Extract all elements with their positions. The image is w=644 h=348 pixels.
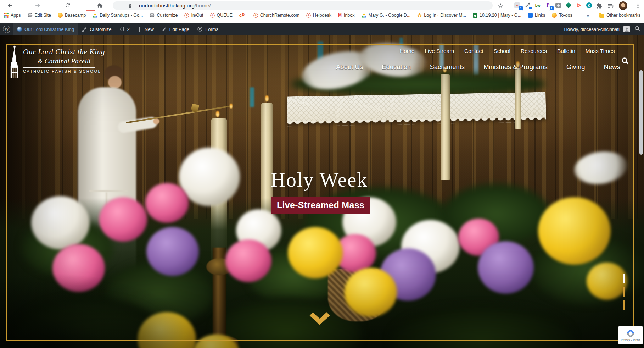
recaptcha-icon — [626, 329, 635, 338]
nav-about-us[interactable]: About Us — [336, 63, 363, 71]
bookmark-sheet-101920[interactable]: 10.19.20 | Mary - G... — [473, 13, 521, 18]
basecamp-icon — [58, 13, 63, 18]
nav-row-2: About Us Education Sacraments Ministries… — [336, 63, 620, 71]
flower — [145, 183, 189, 223]
bookmark-todos[interactable]: To-dos — [552, 13, 572, 18]
diamond-extension-icon[interactable] — [564, 1, 573, 10]
bookmark-churchremote[interactable]: + ChurchRemote.com — [253, 13, 299, 18]
refresh-icon — [65, 2, 71, 9]
hero-image — [0, 35, 644, 348]
other-bookmarks[interactable]: Other bookmarks — [599, 13, 640, 18]
profile-avatar[interactable] — [618, 1, 628, 10]
bookmark-helpdesk[interactable]: + Helpdesk — [306, 13, 331, 18]
bookmark-queue[interactable]: + QUEUE — [210, 13, 233, 18]
nav-education[interactable]: Education — [382, 63, 411, 71]
chevron-down-icon — [308, 311, 331, 327]
admin-my-account[interactable]: Howdy, diocesan-cincinnati — [563, 23, 620, 35]
admin-new[interactable]: New — [134, 23, 158, 35]
flower — [52, 244, 105, 292]
admin-site-name[interactable]: Our Lord Christ the King — [13, 23, 78, 35]
bookmark-customize[interactable]: Customize — [150, 13, 178, 18]
bookmark-cp[interactable]: cP — [239, 13, 247, 18]
reading-list-button[interactable] — [605, 1, 615, 11]
live-streamed-mass-button[interactable]: Live-Streamed Mass — [271, 197, 370, 214]
slide-indicator[interactable] — [623, 300, 625, 310]
refresh-button[interactable] — [63, 0, 73, 10]
slide-indicator-active[interactable] — [623, 274, 625, 283]
forward-arrow-icon — [34, 2, 41, 9]
updates-refresh-icon — [119, 27, 125, 32]
browser-menu-button[interactable] — [634, 1, 642, 11]
site-logo[interactable]: Our Lord Christ the King & Cardinal Pace… — [9, 45, 105, 78]
nav-live-stream[interactable]: Live Stream — [425, 48, 454, 54]
flower — [345, 268, 397, 317]
bookmark-basecamp[interactable]: Basecamp — [58, 13, 86, 18]
teal-app-extension-icon[interactable] — [584, 1, 594, 10]
folder-icon — [599, 14, 604, 18]
extensions-puzzle-button[interactable] — [594, 1, 604, 11]
bookmark-links[interactable]: Links — [528, 13, 545, 18]
bookmarks-overflow-chevron[interactable]: » — [587, 13, 589, 18]
webpage-viewport: Our Lord Christ the King & Cardinal Pace… — [0, 35, 644, 348]
candle — [441, 74, 450, 180]
avatar-photo-icon — [619, 1, 627, 10]
admin-customize[interactable]: Customize — [78, 23, 115, 35]
annotation-extension-icon[interactable]: ★ 1 — [512, 1, 522, 10]
globe-icon — [150, 13, 155, 18]
admin-forms[interactable]: Forms — [193, 23, 222, 35]
list-lines-icon — [607, 3, 614, 9]
admin-avatar[interactable] — [623, 26, 630, 32]
admin-search-button[interactable] — [634, 26, 640, 33]
nav-giving[interactable]: Giving — [566, 63, 585, 71]
bookmark-star-button[interactable] — [495, 1, 505, 11]
p-extension-icon[interactable]: P 1 — [543, 1, 553, 10]
circle-plus-icon: + — [184, 13, 189, 18]
scroll-down-chevron[interactable] — [308, 311, 331, 328]
play-arrow-extension-icon[interactable] — [574, 1, 584, 10]
steeple-icon — [9, 45, 20, 78]
nav-news[interactable]: News — [604, 63, 620, 71]
address-bar[interactable]: ourlordchristtheking.org/home/ — [113, 1, 493, 10]
nav-mass-times[interactable]: Mass Times — [586, 48, 615, 54]
slide-indicator[interactable] — [623, 287, 625, 297]
nav-school[interactable]: School — [493, 48, 510, 54]
lock-icon — [128, 3, 133, 10]
forward-button[interactable] — [33, 0, 43, 10]
globe-icon — [28, 13, 33, 18]
recaptcha-badge[interactable]: Privacy - Terms — [618, 326, 643, 344]
camera-extension-icon[interactable] — [553, 1, 563, 10]
camera-icon — [555, 3, 561, 8]
bookmark-edit-site[interactable]: Edit Site — [28, 13, 51, 18]
flower — [288, 227, 343, 278]
search-icon — [634, 26, 640, 32]
google-drive-icon — [362, 13, 366, 18]
nav-home[interactable]: Home — [400, 48, 414, 54]
bookmark-login-discover[interactable]: Log In ‹ Discover M... — [417, 13, 466, 18]
nav-contact[interactable]: Contact — [464, 48, 483, 54]
bookmark-inbox[interactable]: M Inbox — [338, 13, 355, 18]
nav-sacraments[interactable]: Sacraments — [430, 63, 465, 71]
nav-resources[interactable]: Resources — [521, 48, 547, 54]
bookmark-in-out[interactable]: + In/Out — [184, 13, 203, 18]
bookmarks-divider — [594, 12, 594, 18]
nav-row-1: Home Live Stream Contact School Resource… — [400, 48, 615, 54]
home-button[interactable] — [95, 0, 105, 10]
altar-cloth — [287, 92, 546, 122]
eyedropper-extension-icon[interactable] — [522, 1, 532, 10]
bookmark-apps[interactable]: Apps — [4, 13, 21, 18]
scrollbar-thumb[interactable] — [639, 70, 643, 155]
wp-logo-menu[interactable]: W — [0, 23, 13, 35]
recaptcha-privacy-terms[interactable]: Privacy - Terms — [621, 338, 640, 342]
bookmarks-bar: Apps Edit Site Basecamp Daily Standups -… — [0, 11, 644, 20]
nav-bulletin[interactable]: Bulletin — [557, 48, 575, 54]
admin-updates[interactable]: 2 — [116, 23, 134, 35]
nav-ministries-programs[interactable]: Ministries & Programs — [483, 63, 548, 71]
bookmark-mary-g-drive[interactable]: Mary G. - Google D... — [362, 13, 411, 18]
back-button[interactable] — [5, 0, 15, 10]
play-arrow-icon — [576, 2, 582, 8]
admin-edit-page[interactable]: Edit Page — [158, 23, 193, 35]
bw-label: bw — [535, 3, 540, 7]
bw-extension-icon[interactable]: bw — [533, 1, 543, 10]
site-search-button[interactable] — [621, 57, 629, 67]
bookmark-daily-standups[interactable]: Daily Standups - Go... — [93, 13, 143, 18]
